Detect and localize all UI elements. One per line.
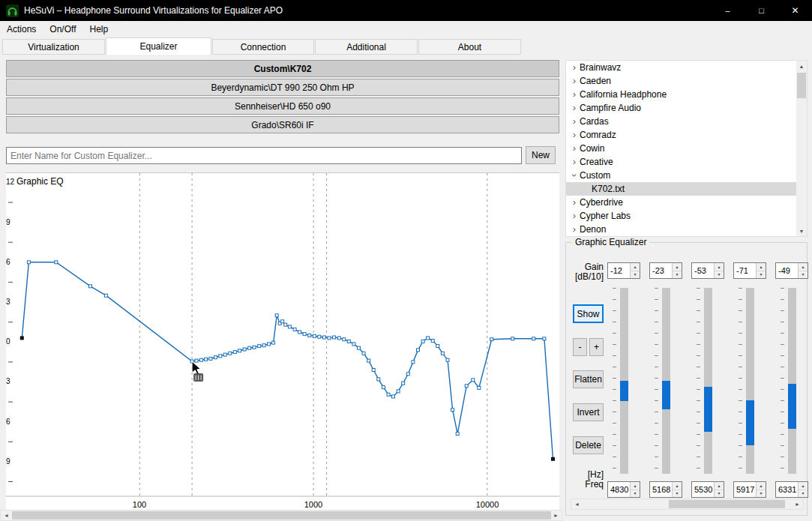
graph-hscrollbar[interactable]: ◄ ►	[0, 510, 562, 521]
eq-slider-thumb-1[interactable]	[662, 381, 670, 409]
chevron-right-icon[interactable]: ›	[569, 130, 580, 140]
tree-item-cowin[interactable]: ›Cowin	[566, 142, 798, 155]
spin-up-icon[interactable]: ▲	[673, 263, 682, 271]
gain-value-1[interactable]: -23	[650, 263, 672, 278]
custom-eq-name-input[interactable]	[6, 147, 522, 164]
tree-item-k702-txt[interactable]: K702.txt	[566, 182, 798, 196]
eq-slider-4[interactable]	[788, 288, 796, 474]
show-button[interactable]: Show	[573, 304, 604, 323]
scroll-down-icon[interactable]: ▼	[796, 226, 807, 236]
eq-plot[interactable]	[6, 173, 559, 510]
spin-down-icon[interactable]: ▼	[715, 271, 724, 279]
increase-button[interactable]: +	[589, 338, 604, 356]
tree-item-cyberdrive[interactable]: ›Cyberdrive	[566, 196, 798, 209]
chevron-right-icon[interactable]: ›	[569, 224, 580, 235]
preset-row-grado-sr60i-if[interactable]: Grado\SR60i IF	[6, 116, 559, 133]
delete-button[interactable]: Delete	[573, 436, 604, 454]
gain-value-0[interactable]: -12	[608, 263, 630, 278]
gain-value-4[interactable]: -49	[776, 263, 798, 278]
spin-down-icon[interactable]: ▼	[799, 490, 808, 498]
freq-spinner-1[interactable]: 5168▲▼	[649, 481, 682, 498]
gain-spinner-0[interactable]: -12▲▼	[607, 262, 640, 279]
eq-slider-2[interactable]	[704, 288, 712, 474]
menu-help[interactable]: Help	[83, 21, 115, 37]
chevron-right-icon[interactable]: ›	[569, 62, 580, 73]
tab-about[interactable]: About	[418, 39, 521, 55]
tree-item-california-headphone[interactable]: ›California Headphone	[566, 88, 798, 101]
chevron-right-icon[interactable]: ›	[569, 157, 580, 167]
headphone-tree[interactable]: ›Brainwavz›Caeden›California Headphone›C…	[565, 60, 808, 237]
menu-on-off[interactable]: On/Off	[43, 21, 82, 37]
eq-slider-thumb-4[interactable]	[788, 384, 796, 429]
freq-value-0[interactable]: 4830	[608, 482, 630, 497]
freq-spinner-2[interactable]: 5530▲▼	[691, 481, 724, 498]
tree-item-cypher-labs[interactable]: ›Cypher Labs	[566, 209, 798, 223]
chevron-right-icon[interactable]: ›	[569, 103, 580, 113]
tree-item-custom[interactable]: ›Custom	[566, 169, 798, 182]
freq-value-4[interactable]: 6331	[776, 482, 798, 497]
spin-down-icon[interactable]: ▼	[673, 271, 682, 279]
chevron-right-icon[interactable]: ›	[569, 211, 580, 221]
tree-item-campfire-audio[interactable]: ›Campfire Audio	[566, 101, 798, 115]
preset-row-custom-k702[interactable]: Custom\K702	[6, 60, 559, 77]
preset-row-sennheiser-hd-650-o90[interactable]: Sennheiser\HD 650 o90	[6, 97, 559, 115]
chevron-right-icon[interactable]: ›	[569, 89, 580, 100]
tree-item-brainwavz[interactable]: ›Brainwavz	[566, 61, 798, 74]
freq-value-3[interactable]: 5917	[734, 482, 756, 497]
gain-spinner-1[interactable]: -23▲▼	[649, 262, 682, 279]
eq-slider-thumb-0[interactable]	[620, 381, 628, 401]
eq-slider-thumb-3[interactable]	[746, 400, 754, 445]
spin-down-icon[interactable]: ▼	[799, 271, 808, 279]
spin-down-icon[interactable]: ▼	[631, 271, 640, 279]
freq-value-1[interactable]: 5168	[650, 482, 672, 497]
flatten-button[interactable]: Flatten	[573, 370, 604, 388]
eq-slider-1[interactable]	[662, 288, 670, 474]
spin-up-icon[interactable]: ▲	[631, 263, 640, 271]
freq-spinner-4[interactable]: 6331▲▼	[775, 481, 808, 498]
tree-vscrollbar-thumb[interactable]	[797, 73, 806, 98]
chevron-right-icon[interactable]: ›	[569, 197, 580, 208]
eq-slider-thumb-2[interactable]	[704, 387, 712, 432]
graph-hscrollbar-thumb[interactable]	[12, 511, 551, 520]
spin-up-icon[interactable]: ▲	[631, 482, 640, 490]
spin-up-icon[interactable]: ▲	[799, 263, 808, 271]
spin-down-icon[interactable]: ▼	[673, 490, 682, 498]
tab-additional[interactable]: Additional	[315, 39, 418, 55]
tree-item-comradz[interactable]: ›Comradz	[566, 128, 798, 142]
spin-up-icon[interactable]: ▲	[715, 263, 724, 271]
spin-down-icon[interactable]: ▼	[757, 271, 766, 279]
eq-slider-3[interactable]	[746, 288, 754, 474]
spin-up-icon[interactable]: ▲	[757, 482, 766, 490]
tree-item-creative[interactable]: ›Creative	[566, 155, 798, 169]
chevron-right-icon[interactable]: ›	[569, 76, 580, 86]
tree-item-denon[interactable]: ›Denon	[566, 223, 798, 236]
gain-spinner-4[interactable]: -49▲▼	[775, 262, 808, 279]
tab-virtualization[interactable]: Virtualization	[2, 39, 105, 55]
chevron-right-icon[interactable]: ›	[569, 116, 580, 127]
gain-spinner-2[interactable]: -53▲▼	[691, 262, 724, 279]
gain-value-3[interactable]: -71	[734, 263, 756, 278]
eq-graph-area[interactable]: Graphic EQ 129630369100100010000	[6, 172, 559, 510]
eq-hscrollbar-thumb[interactable]	[669, 500, 785, 508]
spin-up-icon[interactable]: ▲	[715, 482, 724, 490]
eq-slider-0[interactable]	[620, 288, 628, 474]
eq-hscrollbar[interactable]: ◄ ►	[571, 499, 804, 510]
freq-spinner-3[interactable]: 5917▲▼	[733, 481, 766, 498]
decrease-button[interactable]: -	[573, 338, 587, 356]
tab-equalizer[interactable]: Equalizer	[106, 37, 211, 55]
scroll-left-icon[interactable]: ◄	[571, 499, 583, 509]
preset-row-beyerdynamic-dt-990-250-ohm-hp[interactable]: Beyerdynamic\DT 990 250 Ohm HP	[6, 79, 559, 96]
menu-actions[interactable]: Actions	[0, 21, 43, 37]
spin-down-icon[interactable]: ▼	[757, 490, 766, 498]
freq-spinner-0[interactable]: 4830▲▼	[607, 481, 640, 498]
scroll-right-icon[interactable]: ►	[550, 511, 562, 520]
chevron-right-icon[interactable]: ›	[569, 143, 580, 154]
gain-value-2[interactable]: -53	[692, 263, 714, 278]
scroll-up-icon[interactable]: ▲	[796, 61, 807, 71]
invert-button[interactable]: Invert	[573, 403, 604, 421]
chevron-down-icon[interactable]: ›	[569, 170, 580, 181]
new-button[interactable]: New	[526, 146, 556, 164]
close-button[interactable]: ✕	[778, 0, 812, 21]
tree-item-caeden[interactable]: ›Caeden	[566, 74, 798, 88]
gain-spinner-3[interactable]: -71▲▼	[733, 262, 766, 279]
